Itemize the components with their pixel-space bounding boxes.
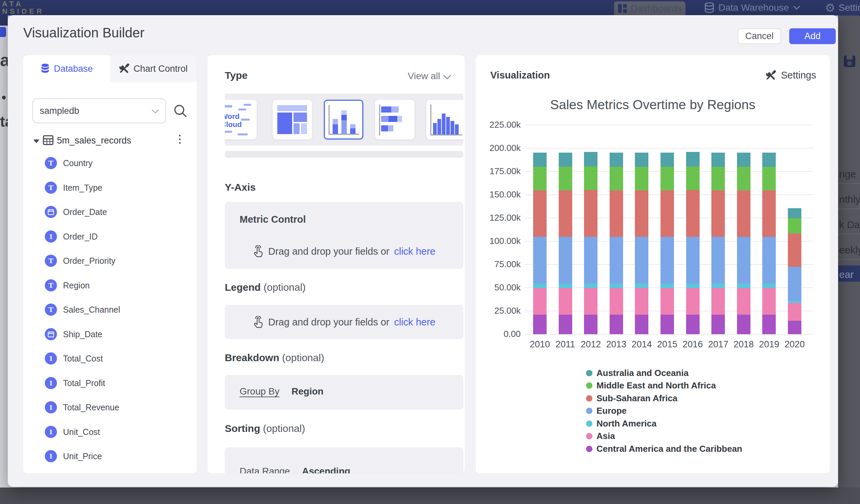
settings-button[interactable]: Settings (765, 70, 816, 81)
database-select[interactable]: sampledb (32, 98, 166, 123)
bar-segment (559, 190, 572, 237)
bar-segment (762, 153, 776, 167)
save-icon (844, 56, 855, 67)
page-behind-bottom-band (0, 488, 860, 504)
chart-type-tile-stacked-bar[interactable] (375, 100, 415, 140)
bar-segment (712, 190, 725, 237)
x-axis-tick: 2010 (526, 339, 553, 350)
text-icon: T (45, 157, 57, 169)
click-here-link[interactable]: click here (394, 246, 435, 257)
view-all-dropdown[interactable]: View all (383, 71, 440, 82)
bar-segment (712, 284, 725, 288)
sorting-field-label[interactable]: Data Range (240, 466, 290, 473)
table-tree-row[interactable]: 5m_sales_records (23, 133, 197, 149)
bar-2018[interactable] (737, 125, 750, 334)
group-by-label[interactable]: Group By (240, 386, 280, 397)
page-behind-left-chip (0, 27, 6, 37)
bar-2010[interactable] (533, 125, 547, 334)
chart-type-tile-stacked-column[interactable] (324, 100, 363, 140)
nav-item-data-warehouse[interactable]: Data Warehouse (704, 0, 800, 15)
legend-item[interactable]: Australia and Oceania (586, 366, 688, 379)
bar-segment (660, 190, 674, 237)
field-row[interactable]: 1Total_Cost (23, 347, 197, 371)
bar-segment (584, 315, 598, 334)
field-row[interactable]: 1Order_ID (23, 225, 197, 249)
metric-dropzone[interactable]: Metric Control Drag and drop your fields… (225, 202, 463, 269)
chevron-down-icon (151, 109, 159, 114)
legend-label: Central America and the Caribbean (597, 444, 742, 454)
field-row[interactable]: 1Total_Profit (23, 372, 197, 396)
field-row[interactable]: Ship_Date (23, 323, 197, 347)
bar-2017[interactable] (712, 125, 725, 334)
cancel-button[interactable]: Cancel (738, 28, 781, 44)
bar-segment (762, 237, 776, 284)
y-axis-tick: 125.00k (480, 213, 521, 223)
bar-segment (762, 167, 776, 190)
bar-2015[interactable] (660, 125, 674, 334)
legend-item[interactable]: Asia (586, 430, 615, 443)
database-select-value: sampledb (40, 106, 79, 116)
caret-down-icon[interactable] (33, 140, 40, 143)
legend-dot (586, 383, 592, 389)
sorting-box[interactable]: Data Range Ascending (225, 447, 463, 473)
legend-dot (586, 370, 592, 376)
x-axis-tick: 2019 (756, 339, 783, 350)
field-row[interactable]: 1Total_Revenue (23, 396, 197, 420)
bar-segment (762, 190, 776, 237)
carousel-scrollbar[interactable] (225, 151, 463, 158)
legend-item[interactable]: Middle East and North Africa (586, 379, 716, 392)
bar-2020[interactable] (788, 125, 801, 334)
field-name: Unit_Cost (63, 427, 100, 437)
chart-type-tile-treemap[interactable] (273, 100, 312, 140)
field-row[interactable]: TSales_Channel (23, 298, 197, 322)
legend-dropzone[interactable]: Drag and drop your fields or click here (225, 305, 463, 339)
x-axis-tick: 2012 (577, 339, 604, 350)
nav-item-dashboards[interactable]: Dashboards (614, 1, 685, 15)
kebab-menu-icon[interactable] (179, 135, 181, 144)
field-row[interactable]: TRegion (23, 274, 197, 298)
legend-item[interactable]: Central America and the Caribbean (586, 442, 742, 455)
text-icon: T (45, 304, 57, 316)
bar-segment (686, 167, 700, 190)
search-icon[interactable] (173, 104, 187, 118)
bar-segment (712, 153, 725, 167)
legend-item[interactable]: Sub-Saharan Africa (586, 392, 677, 405)
stacked-bar-chart: 225.00k200.00k175.00k150.00k125.00k100.0… (525, 125, 813, 334)
bar-2019[interactable] (762, 125, 776, 334)
field-row[interactable]: TCountry (23, 152, 197, 176)
field-row[interactable]: 1Unit_Price (23, 445, 197, 469)
bar-2012[interactable] (584, 125, 598, 334)
bar-segment (584, 284, 598, 288)
tab-chart-control[interactable]: Chart Control (110, 55, 197, 82)
chart-type-tile-wordcloud[interactable]: WordCloud (225, 100, 257, 140)
legend-label: North America (597, 418, 657, 429)
chart-type-tile-histogram[interactable] (426, 100, 463, 140)
field-row[interactable]: 1Unit_Cost (23, 420, 197, 445)
add-button[interactable]: Add (789, 28, 836, 44)
metric-control-label: Metric Control (240, 214, 306, 225)
bar-segment (762, 288, 776, 315)
breakdown-groupby-box[interactable]: Group By Region (225, 375, 463, 410)
legend-item[interactable]: Europe (586, 405, 627, 417)
number-icon: 1 (45, 401, 57, 413)
legend-label: Europe (597, 406, 627, 416)
bar-2014[interactable] (635, 125, 648, 334)
field-row[interactable]: TItem_Type (23, 176, 197, 200)
click-here-link[interactable]: click here (394, 317, 435, 328)
bar-2011[interactable] (559, 125, 572, 334)
field-row[interactable]: TOrder_Priority (23, 249, 197, 274)
field-name: Total_Cost (63, 354, 103, 363)
y-axis-tick: 175.00k (480, 166, 521, 176)
tab-database[interactable]: Database (23, 55, 110, 82)
bar-segment (788, 233, 801, 267)
page-behind-row: k Date (839, 219, 860, 230)
chevron-down-icon (443, 74, 452, 80)
legend-item[interactable]: North America (586, 417, 657, 430)
bar-2013[interactable] (610, 125, 623, 334)
nav-item-settings[interactable]: ⚙ Settin (825, 0, 860, 15)
field-row[interactable]: Order_Date (23, 200, 197, 225)
field-name: Order_Priority (63, 256, 116, 266)
number-icon: 1 (45, 352, 57, 364)
bar-2016[interactable] (686, 125, 700, 334)
bar-segment (559, 167, 572, 190)
